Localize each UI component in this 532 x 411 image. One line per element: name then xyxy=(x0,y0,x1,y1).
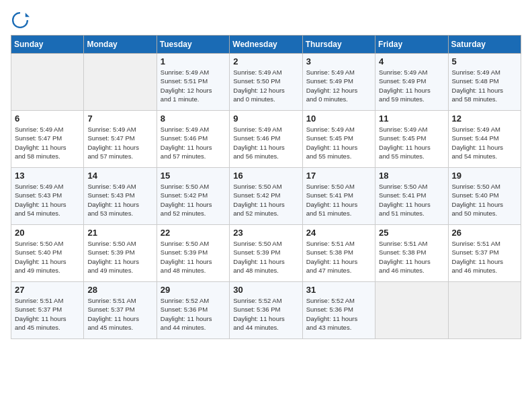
day-number: 2 xyxy=(233,56,298,66)
table-row xyxy=(84,54,157,111)
week-row-5: 27Sunrise: 5:51 AM Sunset: 5:37 PM Dayli… xyxy=(11,282,521,339)
table-row: 21Sunrise: 5:50 AM Sunset: 5:39 PM Dayli… xyxy=(84,225,157,282)
table-row: 6Sunrise: 5:49 AM Sunset: 5:47 PM Daylig… xyxy=(11,111,84,168)
day-detail: Sunrise: 5:49 AM Sunset: 5:47 PM Dayligh… xyxy=(87,125,152,161)
day-detail: Sunrise: 5:49 AM Sunset: 5:45 PM Dayligh… xyxy=(379,125,444,161)
day-detail: Sunrise: 5:49 AM Sunset: 5:48 PM Dayligh… xyxy=(452,68,517,103)
table-row: 13Sunrise: 5:49 AM Sunset: 5:43 PM Dayli… xyxy=(11,168,84,225)
day-number: 4 xyxy=(379,56,444,66)
table-row: 14Sunrise: 5:49 AM Sunset: 5:43 PM Dayli… xyxy=(84,168,157,225)
calendar-body: 1Sunrise: 5:49 AM Sunset: 5:51 PM Daylig… xyxy=(11,54,521,339)
day-number: 15 xyxy=(161,171,226,181)
calendar-header: SundayMondayTuesdayWednesdayThursdayFrid… xyxy=(11,36,521,54)
day-detail: Sunrise: 5:49 AM Sunset: 5:46 PM Dayligh… xyxy=(161,125,226,161)
day-detail: Sunrise: 5:50 AM Sunset: 5:40 PM Dayligh… xyxy=(15,239,80,275)
day-number: 19 xyxy=(452,171,517,181)
table-row: 10Sunrise: 5:49 AM Sunset: 5:45 PM Dayli… xyxy=(302,111,375,168)
logo xyxy=(11,11,32,30)
day-number: 28 xyxy=(87,285,152,295)
day-number: 16 xyxy=(233,171,298,181)
table-row: 4Sunrise: 5:49 AM Sunset: 5:49 PM Daylig… xyxy=(375,54,448,111)
week-row-3: 13Sunrise: 5:49 AM Sunset: 5:43 PM Dayli… xyxy=(11,168,521,225)
day-detail: Sunrise: 5:49 AM Sunset: 5:46 PM Dayligh… xyxy=(233,125,298,161)
day-detail: Sunrise: 5:50 AM Sunset: 5:40 PM Dayligh… xyxy=(452,182,517,218)
day-number: 6 xyxy=(15,113,80,124)
week-row-4: 20Sunrise: 5:50 AM Sunset: 5:40 PM Dayli… xyxy=(11,225,521,282)
table-row: 3Sunrise: 5:49 AM Sunset: 5:49 PM Daylig… xyxy=(302,54,375,111)
table-row xyxy=(11,54,84,111)
day-number: 1 xyxy=(161,56,226,66)
weekday-monday: Monday xyxy=(84,36,157,54)
table-row: 12Sunrise: 5:49 AM Sunset: 5:44 PM Dayli… xyxy=(448,111,521,168)
weekday-saturday: Saturday xyxy=(448,36,521,54)
table-row: 15Sunrise: 5:50 AM Sunset: 5:42 PM Dayli… xyxy=(157,168,229,225)
table-row: 11Sunrise: 5:49 AM Sunset: 5:45 PM Dayli… xyxy=(375,111,448,168)
day-detail: Sunrise: 5:49 AM Sunset: 5:47 PM Dayligh… xyxy=(15,125,80,161)
table-row: 28Sunrise: 5:51 AM Sunset: 5:37 PM Dayli… xyxy=(84,282,157,339)
day-detail: Sunrise: 5:52 AM Sunset: 5:36 PM Dayligh… xyxy=(161,296,226,332)
day-detail: Sunrise: 5:49 AM Sunset: 5:49 PM Dayligh… xyxy=(379,68,444,103)
weekday-friday: Friday xyxy=(375,36,448,54)
day-detail: Sunrise: 5:52 AM Sunset: 5:36 PM Dayligh… xyxy=(233,296,298,332)
week-row-2: 6Sunrise: 5:49 AM Sunset: 5:47 PM Daylig… xyxy=(11,111,521,168)
table-row: 24Sunrise: 5:51 AM Sunset: 5:38 PM Dayli… xyxy=(302,225,375,282)
table-row: 19Sunrise: 5:50 AM Sunset: 5:40 PM Dayli… xyxy=(448,168,521,225)
table-row: 9Sunrise: 5:49 AM Sunset: 5:46 PM Daylig… xyxy=(230,111,302,168)
day-detail: Sunrise: 5:49 AM Sunset: 5:43 PM Dayligh… xyxy=(87,182,152,218)
calendar-table: SundayMondayTuesdayWednesdayThursdayFrid… xyxy=(11,35,521,339)
day-number: 27 xyxy=(15,285,80,295)
weekday-wednesday: Wednesday xyxy=(230,36,302,54)
day-number: 10 xyxy=(306,113,371,124)
day-number: 24 xyxy=(306,228,371,238)
day-detail: Sunrise: 5:49 AM Sunset: 5:43 PM Dayligh… xyxy=(15,182,80,218)
day-detail: Sunrise: 5:51 AM Sunset: 5:38 PM Dayligh… xyxy=(306,239,371,275)
day-detail: Sunrise: 5:50 AM Sunset: 5:39 PM Dayligh… xyxy=(161,239,226,275)
table-row: 20Sunrise: 5:50 AM Sunset: 5:40 PM Dayli… xyxy=(11,225,84,282)
day-number: 30 xyxy=(233,285,298,295)
day-number: 14 xyxy=(87,171,152,181)
week-row-1: 1Sunrise: 5:49 AM Sunset: 5:51 PM Daylig… xyxy=(11,54,521,111)
table-row: 8Sunrise: 5:49 AM Sunset: 5:46 PM Daylig… xyxy=(157,111,229,168)
weekday-sunday: Sunday xyxy=(11,36,84,54)
day-number: 11 xyxy=(379,113,444,124)
day-number: 3 xyxy=(306,56,371,66)
table-row: 5Sunrise: 5:49 AM Sunset: 5:48 PM Daylig… xyxy=(448,54,521,111)
day-number: 25 xyxy=(379,228,444,238)
day-detail: Sunrise: 5:49 AM Sunset: 5:49 PM Dayligh… xyxy=(306,68,371,103)
day-detail: Sunrise: 5:51 AM Sunset: 5:37 PM Dayligh… xyxy=(15,296,80,332)
table-row: 1Sunrise: 5:49 AM Sunset: 5:51 PM Daylig… xyxy=(157,54,229,111)
day-detail: Sunrise: 5:50 AM Sunset: 5:42 PM Dayligh… xyxy=(233,182,298,218)
day-number: 22 xyxy=(161,228,226,238)
day-number: 9 xyxy=(233,113,298,124)
day-number: 29 xyxy=(161,285,226,295)
weekday-row: SundayMondayTuesdayWednesdayThursdayFrid… xyxy=(11,36,521,54)
table-row: 17Sunrise: 5:50 AM Sunset: 5:41 PM Dayli… xyxy=(302,168,375,225)
day-detail: Sunrise: 5:50 AM Sunset: 5:42 PM Dayligh… xyxy=(161,182,226,218)
table-row: 16Sunrise: 5:50 AM Sunset: 5:42 PM Dayli… xyxy=(230,168,302,225)
table-row: 23Sunrise: 5:50 AM Sunset: 5:39 PM Dayli… xyxy=(230,225,302,282)
table-row: 29Sunrise: 5:52 AM Sunset: 5:36 PM Dayli… xyxy=(157,282,229,339)
day-number: 18 xyxy=(379,171,444,181)
day-detail: Sunrise: 5:50 AM Sunset: 5:39 PM Dayligh… xyxy=(233,239,298,275)
day-detail: Sunrise: 5:49 AM Sunset: 5:45 PM Dayligh… xyxy=(306,125,371,161)
day-number: 17 xyxy=(306,171,371,181)
day-detail: Sunrise: 5:51 AM Sunset: 5:37 PM Dayligh… xyxy=(452,239,517,275)
table-row: 30Sunrise: 5:52 AM Sunset: 5:36 PM Dayli… xyxy=(230,282,302,339)
weekday-tuesday: Tuesday xyxy=(157,36,229,54)
page-header xyxy=(11,11,521,30)
logo-icon xyxy=(11,11,30,30)
table-row: 22Sunrise: 5:50 AM Sunset: 5:39 PM Dayli… xyxy=(157,225,229,282)
day-number: 8 xyxy=(161,113,226,124)
day-detail: Sunrise: 5:51 AM Sunset: 5:37 PM Dayligh… xyxy=(87,296,152,332)
day-number: 20 xyxy=(15,228,80,238)
table-row: 31Sunrise: 5:52 AM Sunset: 5:36 PM Dayli… xyxy=(302,282,375,339)
table-row: 7Sunrise: 5:49 AM Sunset: 5:47 PM Daylig… xyxy=(84,111,157,168)
day-number: 5 xyxy=(452,56,517,66)
table-row xyxy=(375,282,448,339)
weekday-thursday: Thursday xyxy=(302,36,375,54)
day-detail: Sunrise: 5:49 AM Sunset: 5:44 PM Dayligh… xyxy=(452,125,517,161)
table-row: 26Sunrise: 5:51 AM Sunset: 5:37 PM Dayli… xyxy=(448,225,521,282)
day-number: 7 xyxy=(87,113,152,124)
day-number: 13 xyxy=(15,171,80,181)
table-row: 25Sunrise: 5:51 AM Sunset: 5:38 PM Dayli… xyxy=(375,225,448,282)
